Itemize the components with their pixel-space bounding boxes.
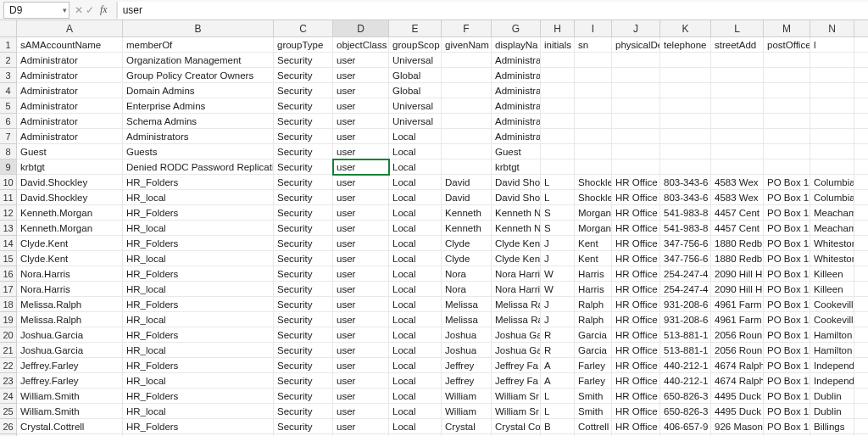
cell[interactable]: Administrator (17, 98, 123, 114)
cell[interactable] (810, 114, 854, 129)
cell[interactable]: 2056 Roun (711, 343, 764, 358)
cell[interactable]: Administrator (17, 68, 123, 83)
cell[interactable] (442, 98, 492, 114)
cell[interactable]: Universal (389, 53, 442, 68)
cell[interactable]: Joshua Ga (492, 327, 541, 343)
cell[interactable]: Columbia (810, 175, 854, 190)
cell[interactable]: Melissa Ra (492, 312, 541, 327)
cell[interactable]: Farley (575, 358, 612, 373)
cell[interactable]: Shockley (575, 190, 612, 205)
cell[interactable]: Organization Management (123, 53, 274, 68)
cell[interactable]: Jeffrey Fa (492, 358, 541, 373)
column-header[interactable]: I (575, 20, 612, 37)
cell[interactable] (764, 68, 810, 83)
cell[interactable]: Global (389, 68, 442, 83)
cell[interactable] (854, 221, 868, 236)
cell[interactable] (541, 53, 575, 68)
cell[interactable]: PO Box 12 (764, 327, 810, 343)
cell[interactable]: Administrator (492, 83, 541, 98)
column-header[interactable]: D (333, 20, 389, 37)
cell[interactable]: Farley (575, 373, 612, 388)
cell[interactable] (442, 159, 492, 175)
cell[interactable] (541, 129, 575, 144)
cell[interactable]: 4674 Ralph (711, 373, 764, 388)
column-header[interactable]: F (442, 20, 492, 37)
cell[interactable]: Nora (442, 266, 492, 282)
cell[interactable]: HR Office (612, 236, 660, 251)
cell[interactable] (541, 114, 575, 129)
cell[interactable]: PO Box 12 (764, 266, 810, 282)
cell[interactable]: streetAdd (711, 37, 764, 53)
cell[interactable] (854, 83, 868, 98)
cell[interactable]: J (541, 236, 575, 251)
cell[interactable] (854, 282, 868, 297)
cell[interactable]: HR Office (612, 404, 660, 419)
cell[interactable]: 2090 Hill H (711, 282, 764, 297)
cell[interactable]: user (333, 190, 389, 205)
cell[interactable]: Morgan (575, 205, 612, 221)
cell[interactable]: 2056 Roun (711, 327, 764, 343)
cell[interactable]: HR_local (123, 373, 274, 388)
formula-bar[interactable]: user (117, 2, 868, 19)
cell[interactable]: Clyde.Kent (17, 251, 123, 266)
cell[interactable]: krbtgt (492, 159, 541, 175)
column-header[interactable]: G (492, 20, 541, 37)
column-header[interactable]: N (810, 20, 854, 37)
cell[interactable]: David Sho (492, 190, 541, 205)
cell[interactable]: Joshua Ga (492, 343, 541, 358)
cell[interactable] (442, 68, 492, 83)
cell[interactable]: L (541, 175, 575, 190)
cell[interactable]: PO Box 12 (764, 205, 810, 221)
cell[interactable]: HR Office (612, 419, 660, 434)
name-box[interactable]: D9 ▾ (3, 2, 70, 19)
cell[interactable]: user (333, 388, 389, 404)
cell[interactable] (810, 68, 854, 83)
cell[interactable]: Local (389, 297, 442, 312)
cell[interactable]: Clyde Ken (492, 236, 541, 251)
cell[interactable]: HR_local (123, 190, 274, 205)
cell[interactable]: Security (274, 404, 333, 419)
row-header[interactable]: 15 (0, 251, 17, 266)
cell[interactable]: user (333, 327, 389, 343)
cell[interactable]: Shockley (575, 175, 612, 190)
cell[interactable] (660, 83, 711, 98)
cell[interactable] (442, 144, 492, 159)
cell[interactable]: 931-208-6 (660, 312, 711, 327)
cell[interactable]: Local (389, 221, 442, 236)
cell[interactable] (854, 98, 868, 114)
cell[interactable]: PO Box 12 (764, 343, 810, 358)
column-header[interactable]: C (274, 20, 333, 37)
cell[interactable]: Local (389, 129, 442, 144)
row-header[interactable]: 21 (0, 343, 17, 358)
cell[interactable]: Security (274, 327, 333, 343)
chevron-down-icon[interactable]: ▾ (63, 6, 67, 14)
cell[interactable]: user (333, 68, 389, 83)
cell[interactable]: Security (274, 358, 333, 373)
cell[interactable]: Security (274, 129, 333, 144)
cell[interactable]: Local (389, 205, 442, 221)
row-header[interactable]: 4 (0, 83, 17, 98)
cell[interactable] (575, 129, 612, 144)
cell[interactable]: krbtgt (17, 159, 123, 175)
cell[interactable]: user (333, 297, 389, 312)
row-header[interactable]: 6 (0, 114, 17, 129)
cell[interactable]: Melissa (442, 297, 492, 312)
cell[interactable]: HR_Folders (123, 419, 274, 434)
cell[interactable] (854, 297, 868, 312)
cell[interactable]: Guest (17, 144, 123, 159)
cell[interactable]: user (333, 53, 389, 68)
cell[interactable]: user (333, 236, 389, 251)
column-header[interactable]: M (764, 20, 810, 37)
cell[interactable]: Administrator (492, 98, 541, 114)
cell[interactable] (854, 404, 868, 419)
cell[interactable]: Meacham (810, 205, 854, 221)
cell[interactable]: Jeffrey (442, 358, 492, 373)
cell[interactable]: physicalDe (612, 37, 660, 53)
row-header[interactable]: 23 (0, 373, 17, 388)
cell[interactable]: HR Office (612, 388, 660, 404)
cell[interactable] (854, 419, 868, 434)
cell[interactable]: Universal (389, 114, 442, 129)
fx-icon[interactable]: fx (97, 3, 111, 16)
cell[interactable]: Enterprise Admins (123, 98, 274, 114)
cell[interactable]: L (541, 404, 575, 419)
